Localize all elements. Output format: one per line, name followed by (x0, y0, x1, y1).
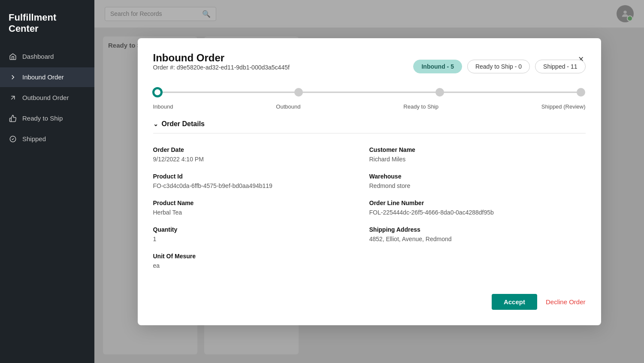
order-id-value: d9e5820e-ad32-ed11-9db1-000d3a5c445f (177, 64, 290, 71)
detail-order-date: Order Date 9/12/2022 4:10 PM (153, 141, 369, 168)
detail-label-product-id: Product Id (153, 173, 369, 180)
sidebar-item-dashboard[interactable]: Dashboard (0, 47, 94, 67)
detail-warehouse: Warehouse Redmond store (369, 168, 586, 194)
badge-shipped[interactable]: Shipped - 11 (535, 60, 585, 73)
progress-steps (153, 88, 586, 97)
modal-footer: Accept Decline Order (153, 287, 586, 310)
step-dot-ready (435, 88, 444, 97)
sidebar-item-outbound-order[interactable]: Outbound Order (0, 88, 94, 108)
modal-backdrop: Inbound Order Order #: d9e5820e-ad32-ed1… (94, 0, 644, 363)
sidebar-label-inbound-order: Inbound Order (22, 73, 64, 81)
sidebar-item-inbound-order[interactable]: Inbound Order (0, 67, 94, 87)
home-icon (9, 52, 17, 61)
svg-line-0 (11, 96, 15, 100)
detail-value-shipping-address: 4852, Elliot, Avenue, Redmond (369, 236, 586, 242)
detail-unit-of-measure: Unit Of Mesure ea (153, 248, 369, 274)
step-dot-shipped (577, 88, 585, 97)
sidebar-label-outbound-order: Outbound Order (22, 94, 69, 101)
detail-value-unit-of-measure: ea (153, 262, 369, 269)
detail-quantity: Quantity 1 (153, 221, 369, 248)
detail-label-unit-of-measure: Unit Of Mesure (153, 253, 369, 260)
badge-inbound[interactable]: Inbound - 5 (413, 60, 462, 73)
detail-product-name: Product Name Herbal Tea (153, 194, 369, 221)
step-label-outbound: Outbound (276, 103, 300, 110)
badge-ready-to-ship[interactable]: Ready to Ship - 0 (467, 60, 530, 73)
progress-wrapper: Inbound Outbound Ready to Ship Shipped (… (153, 84, 586, 110)
detail-label-order-line-number: Order Line Number (369, 200, 586, 206)
detail-placeholder-right (369, 248, 586, 274)
modal-title-block: Inbound Order Order #: d9e5820e-ad32-ed1… (153, 52, 290, 79)
sidebar-label-shipped: Shipped (22, 135, 46, 142)
details-grid: Order Date 9/12/2022 4:10 PM Customer Na… (153, 141, 586, 274)
detail-product-id: Product Id FO-c3d4c0da-6ffb-4575-b9ef-bd… (153, 168, 369, 194)
thumb-icon (9, 114, 17, 123)
detail-value-order-line-number: FOL-225444dc-26f5-4666-8da0-0ac4288df95b (369, 209, 586, 216)
detail-value-order-date: 9/12/2022 4:10 PM (153, 156, 369, 163)
main-area: 🔍 Ready to Ship Shipped Inbound Order Or… (94, 0, 644, 363)
detail-value-warehouse: Redmond store (369, 182, 586, 189)
modal: Inbound Order Order #: d9e5820e-ad32-ed1… (138, 38, 601, 325)
outbound-icon (9, 94, 17, 102)
detail-order-line-number: Order Line Number FOL-225444dc-26f5-4666… (369, 194, 586, 221)
check-icon (9, 135, 17, 143)
order-details-section-header[interactable]: ⌄ Order Details (153, 120, 586, 133)
step-label-ready: Ready to Ship (403, 103, 438, 110)
step-label-inbound: Inbound (153, 103, 173, 110)
decline-button[interactable]: Decline Order (546, 298, 586, 306)
step-labels: Inbound Outbound Ready to Ship Shipped (… (153, 103, 586, 110)
modal-order-id: Order #: d9e5820e-ad32-ed11-9db1-000d3a5… (153, 64, 290, 71)
detail-value-product-id: FO-c3d4c0da-6ffb-4575-b9ef-bd0aa494b119 (153, 182, 369, 189)
detail-value-customer-name: Richard Miles (369, 156, 586, 163)
detail-value-product-name: Herbal Tea (153, 209, 369, 216)
order-id-label: Order #: (153, 64, 175, 71)
detail-label-shipping-address: Shipping Address (369, 226, 586, 233)
detail-label-quantity: Quantity (153, 226, 369, 233)
detail-value-quantity: 1 (153, 236, 369, 242)
step-dot-outbound (294, 88, 303, 97)
detail-label-product-name: Product Name (153, 200, 369, 206)
chevron-down-icon: ⌄ (153, 121, 158, 127)
app-title: Fulfillment Center (0, 0, 94, 47)
inbound-icon (9, 73, 17, 82)
accept-button[interactable]: Accept (492, 294, 537, 310)
step-label-shipped: Shipped (Review) (541, 103, 586, 110)
sidebar-item-shipped[interactable]: Shipped (0, 129, 94, 149)
detail-label-order-date: Order Date (153, 146, 369, 153)
sidebar: Fulfillment Center Dashboard Inbound Ord… (0, 0, 94, 363)
detail-customer-name: Customer Name Richard Miles (369, 141, 586, 168)
sidebar-label-dashboard: Dashboard (22, 53, 54, 60)
sidebar-label-ready-to-ship: Ready to Ship (22, 115, 63, 122)
section-header-label: Order Details (162, 120, 205, 128)
sidebar-item-ready-to-ship[interactable]: Ready to Ship (0, 109, 94, 128)
sidebar-nav: Dashboard Inbound Order Outbound Order R… (0, 47, 94, 149)
step-dot-inbound (153, 88, 162, 97)
modal-title: Inbound Order (153, 52, 290, 64)
detail-label-warehouse: Warehouse (369, 173, 586, 180)
detail-shipping-address: Shipping Address 4852, Elliot, Avenue, R… (369, 221, 586, 248)
detail-label-customer-name: Customer Name (369, 146, 586, 153)
